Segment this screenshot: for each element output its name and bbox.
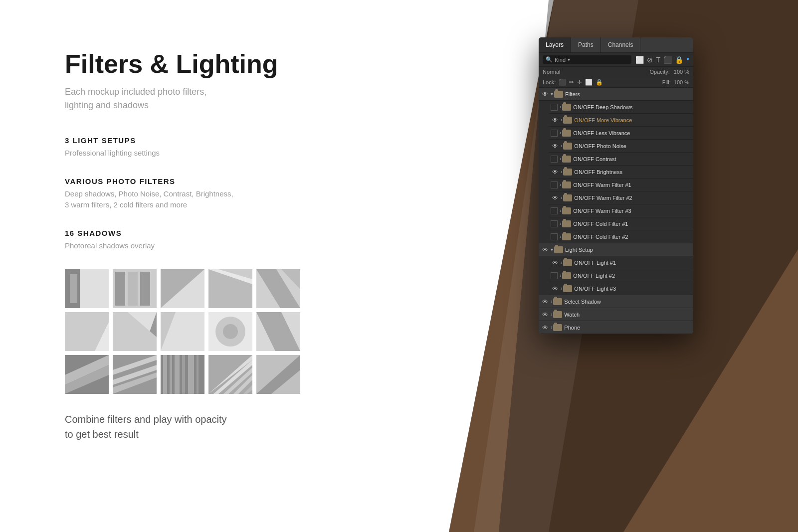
lock-position-icon[interactable]: ✛ <box>577 79 582 86</box>
visibility-icon[interactable]: 👁 <box>541 323 550 332</box>
section-label-filters: Various Photo Filters <box>65 177 374 185</box>
layer-contrast[interactable]: › ON/OFF Contrast <box>549 153 693 166</box>
expand-icon[interactable]: ▾ <box>551 247 553 252</box>
folder-icon <box>562 272 571 279</box>
layer-more-vibrance[interactable]: 👁 › ON/OFF More Vibrance <box>549 114 693 127</box>
expand-chevron[interactable]: › <box>560 104 561 110</box>
subtitle: Each mockup included photo filters,light… <box>65 85 374 112</box>
lock-row: Lock: ⬛ ✏ ✛ ⬜ 🔒 Fill: 100 % <box>539 77 693 88</box>
svg-rect-42 <box>175 355 180 394</box>
kind-label: Kind <box>555 57 566 63</box>
layer-light-2[interactable]: › ON/OFF Light #2 <box>549 269 693 282</box>
svg-rect-4 <box>70 274 77 303</box>
layer-name: ON/OFF Warm Filter #2 <box>574 195 691 201</box>
layer-select-shadow-group[interactable]: 👁 › Select Shadow <box>539 295 693 308</box>
expand-chevron[interactable]: › <box>561 195 562 200</box>
section-light-setups: 3 Light Setups Professional lighting set… <box>65 136 374 159</box>
expand-chevron[interactable]: › <box>561 143 562 149</box>
kind-search[interactable]: 🔍 Kind ▾ <box>543 55 631 64</box>
visibility-checkbox[interactable] <box>551 156 558 163</box>
visibility-checkbox[interactable] <box>551 207 558 214</box>
visibility-icon[interactable]: 👁 <box>551 142 560 151</box>
folder-icon <box>553 298 562 305</box>
blend-opacity-row: Normal Opacity: 100 % <box>539 67 693 77</box>
tab-paths[interactable]: Paths <box>571 37 601 52</box>
layer-cold-2[interactable]: › ON/OFF Cold Filter #2 <box>549 230 693 243</box>
fill-value[interactable]: 100 % <box>674 79 689 85</box>
lock-artboard-icon[interactable]: ⬜ <box>585 79 593 86</box>
expand-chevron[interactable]: › <box>560 273 561 278</box>
layer-warm-3[interactable]: › ON/OFF Warm Filter #3 <box>549 204 693 217</box>
layer-deep-shadows[interactable]: › ON/OFF Deep Shadows <box>549 101 693 114</box>
layer-name: ON/OFF Photo Noise <box>574 143 691 149</box>
expand-chevron[interactable]: › <box>560 208 561 213</box>
lock-paint-icon[interactable]: ✏ <box>569 79 574 86</box>
layer-filters-group[interactable]: 👁 ▾ Filters <box>539 88 693 101</box>
visibility-checkbox[interactable] <box>551 220 558 227</box>
left-content: Filters & Lighting Each mockup included … <box>65 50 374 442</box>
expand-chevron[interactable]: › <box>561 286 562 291</box>
expand-chevron[interactable]: › <box>560 182 561 187</box>
expand-chevron[interactable]: › <box>561 260 562 265</box>
layer-name: ON/OFF Light #1 <box>574 260 691 266</box>
shadow-thumb-4 <box>208 269 252 308</box>
shadow-thumb-10 <box>256 312 300 351</box>
layers-list: 👁 ▾ Filters › ON/OFF Deep Shadows 👁 › ON… <box>539 88 693 334</box>
shadow-thumb-13 <box>161 355 204 394</box>
filter-smart-icon[interactable]: 🔒 <box>675 56 683 64</box>
layer-warm-1[interactable]: › ON/OFF Warm Filter #1 <box>549 178 693 191</box>
blend-mode-label[interactable]: Normal <box>543 69 560 75</box>
expand-chevron[interactable]: › <box>561 169 562 175</box>
svg-rect-8 <box>128 272 138 306</box>
expand-icon[interactable]: › <box>551 312 552 317</box>
expand-icon[interactable]: ▾ <box>551 91 553 97</box>
folder-icon <box>562 220 571 227</box>
layer-watch-group[interactable]: 👁 › Watch <box>539 308 693 321</box>
visibility-icon[interactable]: 👁 <box>541 297 550 306</box>
expand-icon[interactable]: › <box>551 325 552 330</box>
visibility-icon[interactable]: 👁 <box>551 258 560 267</box>
visibility-icon[interactable]: 👁 <box>551 284 560 293</box>
layer-less-vibrance[interactable]: › ON/OFF Less Vibrance <box>549 127 693 140</box>
visibility-checkbox[interactable] <box>551 181 558 188</box>
layer-name: ON/OFF Deep Shadows <box>573 104 691 110</box>
visibility-icon[interactable]: 👁 <box>551 116 560 125</box>
expand-chevron[interactable]: › <box>560 221 561 226</box>
tab-layers[interactable]: Layers <box>539 37 571 52</box>
folder-icon <box>563 259 572 266</box>
layer-cold-1[interactable]: › ON/OFF Cold Filter #1 <box>549 217 693 230</box>
lock-all-icon[interactable]: 🔒 <box>596 79 603 86</box>
visibility-icon[interactable]: 👁 <box>551 168 560 177</box>
visibility-checkbox[interactable] <box>551 130 558 137</box>
filter-adjust-icon[interactable]: ⊘ <box>647 56 653 64</box>
visibility-icon[interactable]: 👁 <box>551 193 560 202</box>
filter-shape-icon[interactable]: ⬛ <box>663 56 672 64</box>
visibility-checkbox[interactable] <box>551 104 558 111</box>
filter-type-icon[interactable]: T <box>656 56 660 64</box>
filter-pixel-icon[interactable]: ⬜ <box>635 56 644 64</box>
visibility-checkbox[interactable] <box>551 272 558 279</box>
layer-light-setup-group[interactable]: 👁 ▾ Light Setup <box>539 243 693 256</box>
layer-photo-noise[interactable]: 👁 › ON/OFF Photo Noise <box>549 140 693 153</box>
visibility-checkbox[interactable] <box>551 233 558 240</box>
expand-icon[interactable]: › <box>551 299 552 304</box>
lock-transparent-icon[interactable]: ⬛ <box>559 79 566 86</box>
photoshop-panel: Layers Paths Channels 🔍 Kind ▾ ⬜ ⊘ T ⬛ 🔒… <box>539 37 693 334</box>
tab-channels[interactable]: Channels <box>601 37 641 52</box>
expand-chevron[interactable]: › <box>560 156 561 162</box>
layer-phone-group[interactable]: 👁 › Phone <box>539 321 693 334</box>
layer-light-3[interactable]: 👁 › ON/OFF Light #3 <box>549 282 693 295</box>
visibility-icon[interactable]: 👁 <box>541 90 550 99</box>
layer-warm-2[interactable]: 👁 › ON/OFF Warm Filter #2 <box>549 191 693 204</box>
section-photo-filters: Various Photo Filters Deep shadows, Phot… <box>65 177 374 211</box>
expand-chevron[interactable]: › <box>560 234 561 239</box>
expand-chevron[interactable]: › <box>561 117 562 123</box>
filter-active-icon[interactable]: ● <box>686 56 689 64</box>
expand-chevron[interactable]: › <box>560 130 561 136</box>
layer-brightness[interactable]: 👁 › ON/OFF Brightness <box>549 166 693 178</box>
visibility-icon[interactable]: 👁 <box>541 245 550 254</box>
layer-light-1[interactable]: 👁 › ON/OFF Light #1 <box>549 256 693 269</box>
opacity-value[interactable]: 100 % <box>674 69 689 75</box>
visibility-icon[interactable]: 👁 <box>541 310 550 319</box>
section-shadows: 16 Shadows Photoreal shadows overlay <box>65 229 374 252</box>
